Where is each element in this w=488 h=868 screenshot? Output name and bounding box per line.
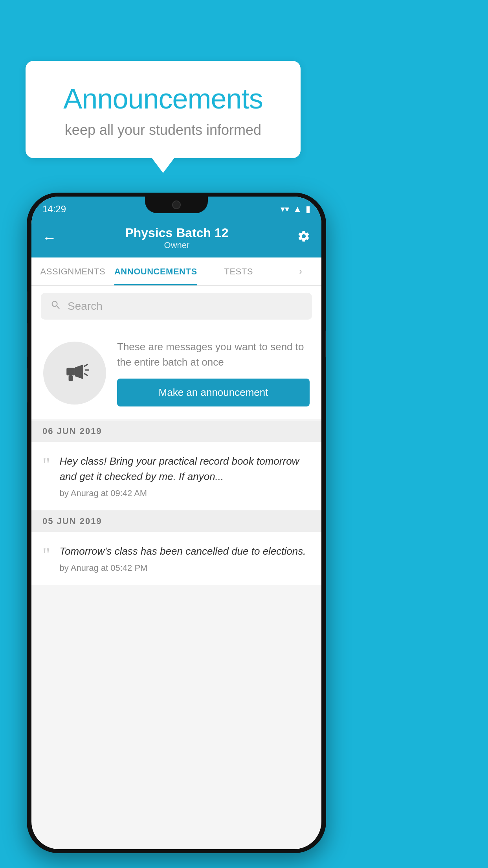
announcement-item-2[interactable]: " Tomorrow's class has been cancelled du… (31, 532, 321, 585)
speech-bubble: Announcements keep all your students inf… (26, 61, 301, 158)
header-title: Physics Batch 12 (125, 226, 228, 240)
app-header: ← Physics Batch 12 Owner (31, 218, 321, 257)
tab-assignments[interactable]: ASSIGNMENTS (31, 257, 114, 285)
announcement-text-1: Hey class! Bring your practical record b… (60, 454, 310, 484)
svg-line-4 (84, 374, 87, 375)
status-icons: ▾▾ ▲ ▮ (281, 204, 310, 214)
svg-rect-1 (68, 375, 73, 381)
phone-volume-down-button (27, 368, 28, 403)
announcement-meta-2: by Anurag at 05:42 PM (60, 563, 310, 573)
quote-icon-1: " (42, 455, 50, 474)
megaphone-icon (58, 356, 92, 390)
announcement-meta-1: by Anurag at 09:42 AM (60, 488, 310, 498)
tab-tests[interactable]: TESTS (197, 257, 280, 285)
back-button[interactable]: ← (42, 230, 57, 246)
date-separator-1: 06 JUN 2019 (31, 421, 321, 442)
svg-line-2 (84, 364, 87, 366)
promo-card: These are messages you want to send to t… (31, 327, 321, 419)
promo-right: These are messages you want to send to t… (117, 339, 310, 406)
promo-description: These are messages you want to send to t… (117, 339, 310, 370)
wifi-icon: ▾▾ (281, 204, 289, 214)
bubble-title: Announcements (45, 83, 281, 115)
announcement-item-1[interactable]: " Hey class! Bring your practical record… (31, 442, 321, 511)
signal-icon: ▲ (293, 204, 302, 214)
phone-frame: 14:29 ▾▾ ▲ ▮ ← Physics Batch 12 Owner (27, 193, 326, 853)
announcement-content-1: Hey class! Bring your practical record b… (60, 454, 310, 498)
bubble-subtitle: keep all your students informed (45, 122, 281, 138)
settings-icon[interactable] (297, 230, 310, 246)
svg-rect-0 (66, 368, 75, 375)
announcement-text-2: Tomorrow's class has been cancelled due … (60, 544, 310, 559)
phone-screen: 14:29 ▾▾ ▲ ▮ ← Physics Batch 12 Owner (31, 197, 321, 849)
camera-icon (172, 200, 181, 209)
make-announcement-button[interactable]: Make an announcement (117, 379, 310, 406)
search-bar[interactable]: Search (41, 293, 312, 320)
phone-power-button (325, 330, 326, 358)
tab-more[interactable]: › (280, 257, 321, 285)
search-placeholder: Search (68, 300, 103, 313)
tab-announcements[interactable]: ANNOUNCEMENTS (114, 257, 197, 285)
phone-mute-button (27, 291, 28, 311)
header-subtitle: Owner (125, 240, 228, 250)
battery-icon: ▮ (306, 204, 310, 214)
phone-volume-up-button (27, 322, 28, 358)
tabs-bar: ASSIGNMENTS ANNOUNCEMENTS TESTS › (31, 257, 321, 286)
search-container: Search (31, 286, 321, 327)
header-center: Physics Batch 12 Owner (125, 226, 228, 250)
date-separator-2: 05 JUN 2019 (31, 511, 321, 532)
quote-icon-2: " (42, 545, 50, 564)
promo-icon-circle (43, 342, 106, 405)
announcement-content-2: Tomorrow's class has been cancelled due … (60, 544, 310, 573)
search-icon (50, 300, 61, 313)
status-time: 14:29 (42, 204, 66, 215)
phone-notch (145, 197, 208, 213)
